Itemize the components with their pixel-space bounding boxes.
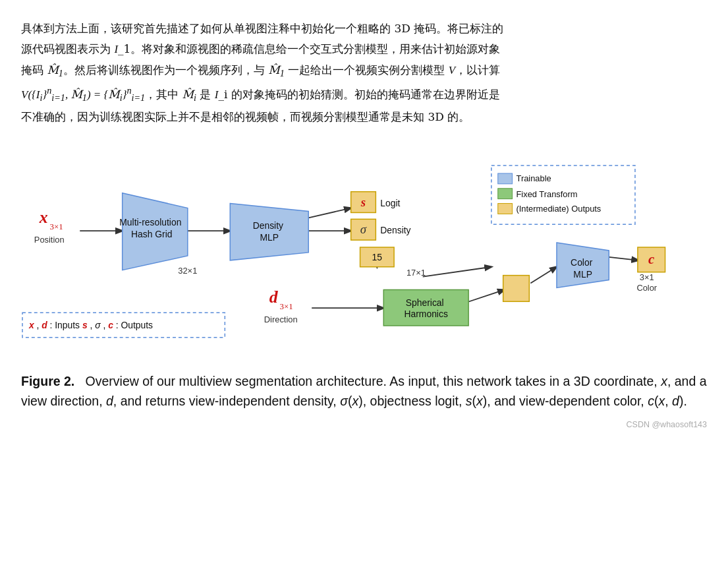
svg-text:c: c [648,251,654,267]
svg-text:(Intermediate) Outputs: (Intermediate) Outputs [517,204,602,214]
svg-rect-18 [498,189,513,199]
x-label: x [39,208,48,227]
inputs-outputs-label: x , d : Inputs s , σ , c : Outputs [28,320,153,330]
svg-line-7 [530,267,557,284]
c-sub-label: 3×1 [640,272,654,282]
color-mlp-label: Color MLP [571,257,595,280]
svg-text:3×1: 3×1 [50,222,63,231]
svg-line-2 [308,208,350,218]
logit-label: Logit [380,198,400,208]
figure-number: Figure 2. [21,374,74,388]
figure-caption: Figure 2. Overview of our multiview segm… [21,371,707,411]
architecture-diagram: x 3×1 Position Multi-resolution Hash Gri… [21,142,707,353]
color-label: Color [636,284,657,293]
svg-line-6 [465,290,504,303]
density-label: Density [380,225,410,235]
svg-text:σ: σ [360,222,367,236]
svg-rect-20 [498,204,513,214]
17x1-label: 17×1 [406,268,426,278]
svg-line-5 [423,267,491,277]
svg-text:15: 15 [372,252,383,262]
sh-output-box [503,276,530,302]
figure-text: Overview of our multiview segmentation a… [21,374,707,408]
svg-line-8 [609,257,638,260]
svg-text:Trainable: Trainable [517,173,551,183]
svg-rect-16 [498,173,513,184]
chinese-paragraph: 具体到方法上面，该研究首先描述了如何从单视图注释中初始化一个粗略的 3D 掩码。… [21,18,707,127]
position-label: Position [34,235,65,245]
svg-text:3×1: 3×1 [280,302,293,311]
spherical-harmonics-label: Spherical Harmonics [405,297,448,319]
32x1-label: 32×1 [178,266,197,276]
d-label: d [269,287,279,307]
watermark: CSDN @whaosoft143 [627,420,707,429]
svg-text:s: s [360,195,366,209]
direction-label: Direction [264,315,298,324]
svg-text:Fixed Transform: Fixed Transform [517,189,578,199]
